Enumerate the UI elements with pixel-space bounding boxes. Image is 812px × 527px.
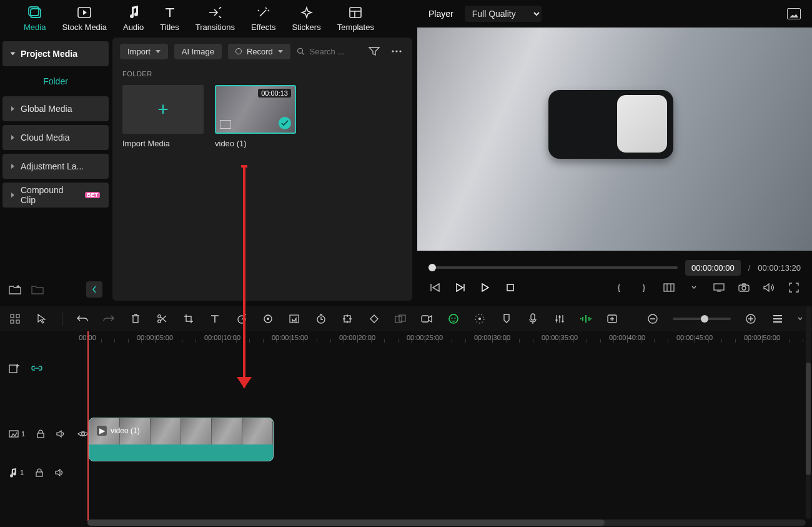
tab-stock-media[interactable]: Stock Media bbox=[62, 5, 107, 32]
search-input[interactable] bbox=[310, 47, 360, 56]
filter-icon[interactable] bbox=[366, 43, 382, 59]
chevron-down-icon[interactable] bbox=[687, 281, 701, 294]
sidebar-item-global-media[interactable]: Global Media bbox=[2, 96, 109, 121]
crop-mode-icon[interactable] bbox=[662, 281, 676, 294]
mute-icon[interactable] bbox=[56, 430, 66, 438]
camera-icon[interactable] bbox=[737, 281, 751, 294]
stop-icon[interactable] bbox=[503, 281, 517, 294]
zoom-slider[interactable] bbox=[673, 318, 731, 320]
lock-icon[interactable] bbox=[35, 468, 44, 477]
tab-stickers[interactable]: Stickers bbox=[292, 5, 320, 32]
text-tool-icon[interactable] bbox=[209, 312, 221, 326]
tab-transitions[interactable]: Transitions bbox=[196, 5, 235, 32]
display-icon[interactable] bbox=[712, 281, 726, 294]
timeline-area: 1 1 00:0000:00:05:0000:00:10:0000:00:15:… bbox=[0, 331, 812, 527]
sidebar-item-compound-clip[interactable]: Compound Clip BET bbox=[2, 183, 109, 208]
prev-frame-icon[interactable] bbox=[428, 281, 442, 294]
keyframe-diamond-icon[interactable] bbox=[367, 312, 380, 326]
scrollbar-thumb[interactable] bbox=[87, 519, 605, 526]
split-icon[interactable] bbox=[156, 312, 168, 326]
preview-content bbox=[548, 90, 673, 159]
voiceover-icon[interactable] bbox=[527, 312, 539, 326]
add-track-icon[interactable] bbox=[9, 363, 20, 373]
add-media-icon[interactable] bbox=[606, 312, 618, 326]
sidebar-item-cloud-media[interactable]: Cloud Media bbox=[2, 125, 109, 150]
zoom-in-icon[interactable] bbox=[745, 312, 757, 326]
sidebar-item-adjustment-layer[interactable]: Adjustment La... bbox=[2, 154, 109, 179]
media-clip-tile[interactable]: 00:00:13 video (1) bbox=[215, 85, 296, 148]
sparkle-icon bbox=[299, 5, 314, 20]
auto-beat-icon[interactable] bbox=[580, 312, 592, 326]
chevron-down-icon[interactable] bbox=[798, 312, 803, 326]
video-camera-icon[interactable] bbox=[420, 312, 433, 326]
fullscreen-icon[interactable] bbox=[787, 281, 801, 294]
snapshot-icon[interactable] bbox=[787, 8, 801, 19]
folder-icon[interactable] bbox=[31, 284, 44, 294]
search-field[interactable] bbox=[297, 46, 360, 56]
volume-icon[interactable] bbox=[762, 281, 776, 294]
timeline-clip[interactable]: ▶video (1) bbox=[89, 418, 274, 461]
lock-icon[interactable] bbox=[36, 429, 45, 438]
timer-icon[interactable] bbox=[315, 312, 327, 326]
play-icon[interactable] bbox=[478, 281, 492, 294]
timeline-tracks[interactable]: ▶video (1) bbox=[87, 361, 806, 521]
sidebar-item-label: Folder bbox=[43, 76, 68, 86]
record-dropdown[interactable]: Record bbox=[228, 44, 290, 59]
delete-icon[interactable] bbox=[129, 312, 142, 326]
chevron-right-icon bbox=[11, 135, 14, 140]
quality-dropdown[interactable]: Full Quality bbox=[465, 6, 542, 22]
track-view-icon[interactable] bbox=[771, 312, 783, 326]
track-headers: 1 1 bbox=[0, 356, 87, 527]
crop-icon[interactable] bbox=[182, 312, 194, 326]
svg-rect-42 bbox=[9, 431, 18, 437]
mark-out-icon[interactable]: } bbox=[637, 281, 651, 294]
collapse-sidebar-button[interactable] bbox=[86, 281, 102, 298]
selection-tool-icon[interactable] bbox=[35, 312, 47, 326]
speed-icon[interactable] bbox=[235, 312, 247, 326]
zoom-knob[interactable] bbox=[701, 315, 708, 323]
import-media-tile[interactable]: + Import Media bbox=[122, 85, 204, 148]
play-thumb-icon: ▶ bbox=[97, 426, 107, 436]
motion-track-icon[interactable] bbox=[473, 312, 486, 326]
vertical-scrollbar[interactable] bbox=[806, 306, 811, 519]
grid-snap-icon[interactable] bbox=[9, 312, 21, 326]
import-dropdown[interactable]: Import bbox=[120, 44, 168, 59]
zoom-out-icon[interactable] bbox=[646, 312, 659, 326]
tab-templates-label: Templates bbox=[337, 23, 374, 32]
audio-track-header[interactable]: 1 bbox=[0, 458, 65, 488]
video-track-header[interactable]: 1 bbox=[0, 419, 89, 449]
svg-rect-41 bbox=[9, 365, 17, 373]
undo-icon[interactable] bbox=[76, 312, 89, 326]
keyframe-add-icon[interactable] bbox=[341, 312, 354, 326]
mark-in-icon[interactable]: { bbox=[612, 281, 626, 294]
play-next-icon[interactable] bbox=[453, 281, 467, 294]
new-folder-icon[interactable] bbox=[9, 284, 21, 294]
ai-image-button[interactable]: AI Image bbox=[174, 44, 222, 59]
more-options-icon[interactable] bbox=[389, 43, 405, 59]
tab-audio[interactable]: Audio bbox=[123, 5, 144, 32]
group-icon[interactable] bbox=[394, 312, 407, 326]
redo-icon[interactable] bbox=[102, 312, 115, 326]
ruler-minor-tick bbox=[708, 339, 709, 343]
tab-templates[interactable]: Templates bbox=[337, 5, 374, 32]
chevron-right-icon bbox=[11, 164, 14, 169]
sidebar-item-folder[interactable]: Folder bbox=[2, 70, 109, 93]
sidebar-item-project-media[interactable]: Project Media bbox=[2, 41, 109, 66]
mute-icon[interactable] bbox=[55, 469, 65, 476]
ruler-minor-tick bbox=[249, 339, 250, 343]
audio-mixer-icon[interactable] bbox=[553, 312, 565, 326]
tab-effects[interactable]: Effects bbox=[251, 5, 276, 32]
ruler-minor-tick bbox=[721, 339, 722, 343]
timeline-horizontal-scrollbar[interactable] bbox=[87, 519, 806, 526]
progress-knob[interactable] bbox=[428, 264, 436, 271]
frame-insert-icon[interactable] bbox=[288, 312, 300, 326]
link-icon[interactable] bbox=[31, 364, 42, 372]
tab-media[interactable]: Media bbox=[24, 5, 46, 32]
color-icon[interactable] bbox=[262, 312, 274, 326]
progress-bar[interactable] bbox=[428, 266, 678, 269]
ai-face-icon[interactable] bbox=[447, 312, 460, 326]
marker-icon[interactable] bbox=[500, 312, 513, 326]
tab-titles[interactable]: Titles bbox=[160, 5, 179, 32]
player-preview[interactable] bbox=[417, 28, 812, 251]
time-ruler[interactable]: 00:0000:00:05:0000:00:10:0000:00:15:0000… bbox=[87, 335, 806, 358]
